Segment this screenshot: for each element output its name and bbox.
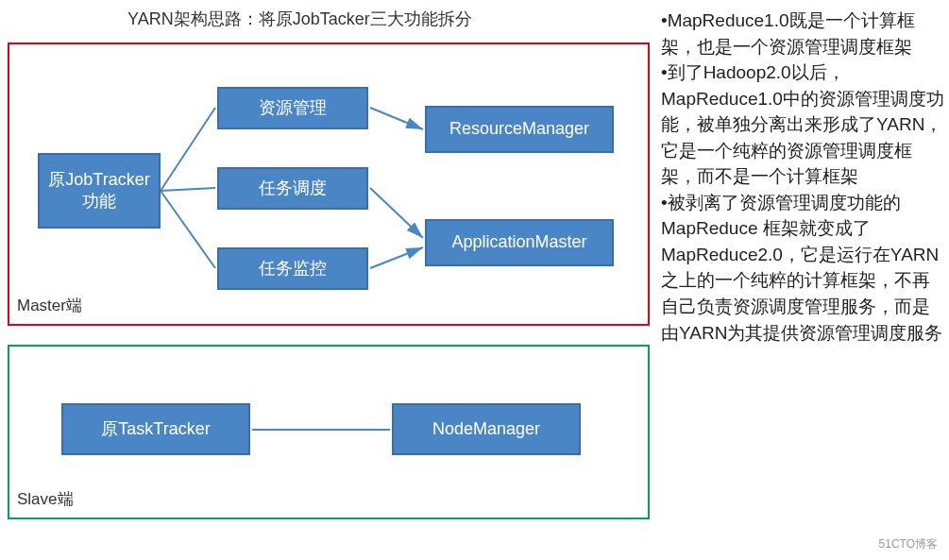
jobtracker-node: 原JobTracker 功能: [38, 153, 161, 229]
connector-resmgmt-resourcemanager: [370, 108, 423, 129]
nodemanager-label: NodeManager: [432, 418, 540, 440]
task-monitor-label: 任务监控: [259, 258, 327, 280]
application-master-label: ApplicationMaster: [451, 231, 586, 253]
resource-manager-label: ResourceManager: [449, 118, 589, 140]
task-sched-node: 任务调度: [217, 167, 368, 210]
resource-mgmt-node: 资源管理: [217, 87, 368, 129]
watermark-text: 51CTO博客: [879, 536, 938, 552]
master-panel: 原JobTracker 功能 资源管理 任务调度 任务监控 ResourceMa…: [8, 42, 650, 326]
slave-panel: 原TaskTracker NodeManager Slave端: [8, 345, 650, 519]
slave-panel-label: Slave端: [17, 488, 74, 510]
connector-taskmon-applicationmaster: [370, 247, 423, 268]
connector-tasksched-applicationmaster: [370, 188, 423, 238]
task-sched-label: 任务调度: [259, 178, 327, 199]
resource-manager-node: ResourceManager: [425, 106, 614, 153]
jobtracker-label: 原JobTracker 功能: [48, 169, 149, 213]
side-paragraph-2: •到了Hadoop2.0以后，MapReduce1.0中的资源管理调度功能，被单…: [661, 59, 944, 190]
master-panel-label: Master端: [17, 295, 82, 316]
task-monitor-node: 任务监控: [217, 247, 368, 290]
connector-jobtracker-tasksched: [161, 188, 215, 191]
nodemanager-node: NodeManager: [392, 403, 581, 455]
application-master-node: ApplicationMaster: [425, 219, 614, 266]
side-paragraph-3: •被剥离了资源管理调度功能的MapReduce 框架就变成了MapReduce2…: [661, 190, 944, 346]
side-paragraph-1: •MapReduce1.0既是一个计算框架，也是一个资源管理调度框架: [661, 8, 944, 59]
connector-jobtracker-taskmon: [161, 191, 215, 268]
page-title: YARN架构思路：将原JobTacker三大功能拆分: [127, 8, 472, 30]
resource-mgmt-label: 资源管理: [259, 97, 327, 119]
connector-jobtracker-resmgmt: [161, 108, 215, 191]
tasktracker-label: 原TaskTracker: [101, 418, 210, 440]
tasktracker-node: 原TaskTracker: [61, 403, 250, 455]
side-explanation: •MapReduce1.0既是一个计算框架，也是一个资源管理调度框架 •到了Ha…: [661, 8, 944, 346]
